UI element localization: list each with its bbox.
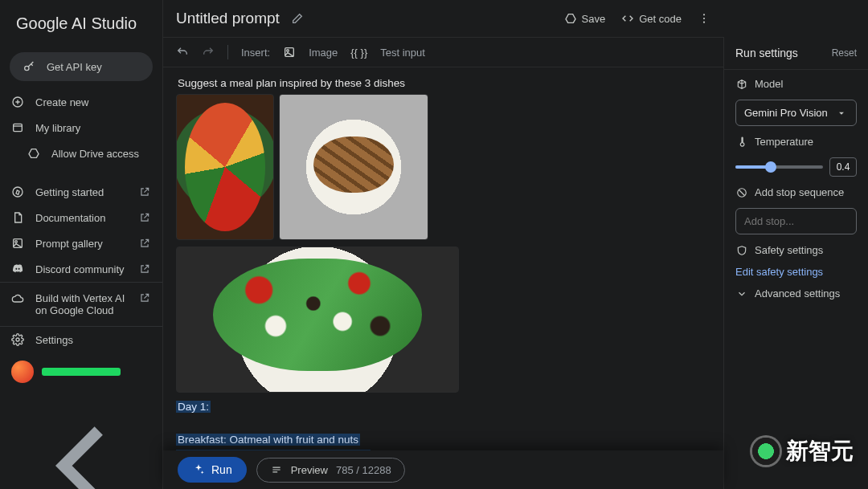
vertex-label: Build with Vertex AI on Google Cloud [35,292,127,316]
insert-image-label[interactable]: Image [309,47,338,59]
doc-icon [11,211,24,224]
response-day: Day 1: [176,401,211,413]
svg-point-8 [703,18,705,19]
toolbar: Insert: Image {{ }} Test input [163,37,723,67]
svg-point-5 [15,241,18,243]
image-row [176,94,710,240]
chevron-down-icon [835,108,848,119]
discord-link[interactable]: Discord community [0,256,162,282]
test-input-icon[interactable]: {{ }} [350,47,367,59]
attached-image-3[interactable] [176,247,459,393]
avatar [11,361,34,383]
get-code-label: Get code [639,13,682,25]
list-icon [270,464,283,475]
plus-circle-icon [11,96,24,108]
code-icon [621,12,634,25]
discord-icon [11,263,24,275]
get-code-button[interactable]: Get code [621,12,682,25]
main: Untitled prompt Save Get code Insert: Im… [163,0,723,489]
separator [227,45,228,59]
gallery-icon [11,237,24,250]
content[interactable]: Suggest a meal plan inspired by these 3 … [163,67,723,489]
watermark-text: 新智元 [786,436,854,467]
stop-sequence-label: Add stop sequence [735,186,857,198]
cube-icon [735,79,748,90]
image-row-2 [176,247,710,393]
reset-button[interactable]: Reset [832,47,857,59]
model-label: Model [735,78,857,90]
my-library-label: My library [35,122,80,134]
run-settings-title: Run settings [735,47,798,59]
vertex-ai-link[interactable]: Build with Vertex AI on Google Cloud [0,282,162,327]
allow-drive-button[interactable]: Allow Drive access [0,141,162,166]
watermark: 新智元 [752,436,854,467]
api-key-label: Get API key [47,61,102,73]
test-input-label[interactable]: Test input [380,47,425,59]
svg-point-11 [287,50,289,52]
quota-bar [42,368,121,376]
documentation-label: Documentation [35,212,105,224]
run-label: Run [211,463,232,476]
svg-point-3 [13,187,23,197]
svg-point-7 [703,14,705,15]
save-button[interactable]: Save [564,12,606,25]
chevron-left-icon [11,396,151,489]
settings-button[interactable]: Settings [0,327,162,352]
undo-icon[interactable] [176,46,189,59]
svg-rect-2 [14,124,23,131]
external-link-icon [138,263,151,275]
attached-image-2[interactable] [279,94,428,240]
response-breakfast: Breakfast: Oatmeal with fruit and nuts [176,434,360,446]
attached-image-1[interactable] [176,94,274,240]
run-settings-panel: Run settings Reset Model Gemini Pro Visi… [723,37,868,489]
image-icon[interactable] [283,46,296,59]
preview-toggle[interactable]: Preview 785 / 12288 [256,458,405,483]
sparkle-icon [192,463,205,476]
chevron-down-icon [735,288,748,300]
temperature-value[interactable]: 0.4 [829,157,857,177]
bottom-bar: Run Preview 785 / 12288 [163,450,723,489]
temperature-slider[interactable]: 0.4 [735,157,857,177]
token-count: 785 / 12288 [336,464,391,476]
getting-started-label: Getting started [35,186,104,198]
save-label: Save [582,13,606,25]
topbar: Untitled prompt Save Get code [163,0,723,37]
prompt-gallery-link[interactable]: Prompt gallery [0,230,162,256]
run-button[interactable]: Run [178,457,247,483]
drive-icon [27,147,40,160]
edit-icon[interactable] [291,12,304,25]
create-new-button[interactable]: Create new [0,89,162,115]
account-row[interactable] [0,352,162,391]
my-library-button[interactable]: My library [0,115,162,141]
drive-save-icon [564,12,577,25]
edit-safety-link[interactable]: Edit safety settings [735,266,857,278]
documentation-link[interactable]: Documentation [0,205,162,230]
getting-started-link[interactable]: Getting started [0,179,162,205]
allow-drive-label: Allow Drive access [51,148,139,160]
model-name: Gemini Pro Vision [744,107,828,119]
get-api-key-button[interactable]: Get API key [10,52,153,81]
insert-label: Insert: [241,47,270,59]
gear-icon [11,333,24,346]
external-link-icon [138,212,151,223]
watermark-logo-icon [752,438,780,465]
sidebar: Google AI Studio Get API key Create new … [0,0,163,489]
compass-icon [11,185,24,198]
advanced-settings-toggle[interactable]: Advanced settings [735,287,857,300]
prompt-title: Untitled prompt [176,10,280,27]
create-new-label: Create new [35,96,88,108]
svg-point-6 [16,338,19,341]
cloud-icon [11,292,24,305]
settings-label: Settings [35,334,73,346]
stop-sequence-input[interactable] [735,208,857,234]
model-select[interactable]: Gemini Pro Vision [735,100,857,126]
svg-point-9 [703,22,705,23]
user-prompt[interactable]: Suggest a meal plan inspired by these 3 … [178,77,710,89]
more-icon[interactable] [698,12,710,25]
collapse-sidebar-button[interactable] [0,391,162,489]
discord-label: Discord community [35,263,125,275]
redo-icon[interactable] [202,46,215,59]
thermometer-icon [735,137,748,148]
external-link-icon [138,292,151,304]
shield-icon [735,245,748,256]
